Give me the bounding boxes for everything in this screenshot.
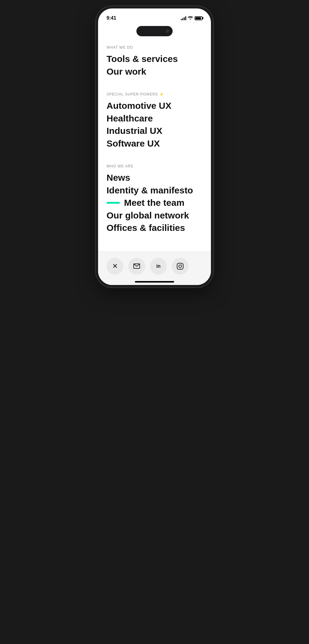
nav-item-meet-the-team[interactable]: Meet the team — [107, 197, 202, 209]
instagram-button[interactable] — [172, 258, 189, 275]
section-special-super-powers: SPECIAL SUPER POWERS ⚡ Automotive UX Hea… — [107, 92, 202, 149]
nav-item-healthcare[interactable]: Healthcare — [107, 113, 202, 124]
bottom-bar: ✕ in — [98, 251, 211, 285]
nav-item-software-ux[interactable]: Software UX — [107, 138, 202, 149]
nav-item-tools-services[interactable]: Tools & services — [107, 53, 202, 65]
svg-rect-1 — [177, 263, 183, 269]
camera-dot — [166, 30, 169, 33]
status-icons — [181, 16, 202, 21]
home-indicator — [135, 281, 174, 283]
svg-point-3 — [182, 264, 182, 265]
status-bar: 9:41 — [98, 8, 211, 24]
battery-icon — [195, 16, 202, 20]
section-label-who-we-are: WHO WE ARE — [107, 164, 202, 168]
signal-icon — [181, 16, 186, 20]
nav-item-news[interactable]: News — [107, 172, 202, 183]
dynamic-island — [136, 26, 173, 36]
section-who-we-are: WHO WE ARE News Identity & manifesto Mee… — [107, 164, 202, 234]
email-button[interactable] — [128, 258, 145, 275]
wifi-icon — [188, 16, 193, 21]
status-time: 9:41 — [107, 15, 116, 21]
main-content: WHAT WE DO Tools & services Our work SPE… — [98, 36, 211, 285]
close-button[interactable]: ✕ — [107, 258, 123, 275]
lightning-icon: ⚡ — [159, 92, 164, 96]
nav-item-our-work[interactable]: Our work — [107, 66, 202, 77]
section-label-special-super-powers: SPECIAL SUPER POWERS ⚡ — [107, 92, 202, 96]
phone-frame: 9:41 — [96, 6, 213, 287]
nav-item-industrial-ux[interactable]: Industrial UX — [107, 125, 202, 137]
nav-item-identity-manifesto[interactable]: Identity & manifesto — [107, 185, 202, 196]
section-label-what-we-do: WHAT WE DO — [107, 45, 202, 50]
active-indicator — [107, 202, 120, 204]
linkedin-button[interactable]: in — [150, 258, 167, 275]
nav-item-automotive-ux[interactable]: Automotive UX — [107, 100, 202, 112]
nav-item-global-network[interactable]: Our global network — [107, 210, 202, 221]
svg-point-2 — [179, 265, 182, 267]
section-what-we-do: WHAT WE DO Tools & services Our work — [107, 45, 202, 77]
nav-item-offices-facilities[interactable]: Offices & facilities — [107, 222, 202, 234]
